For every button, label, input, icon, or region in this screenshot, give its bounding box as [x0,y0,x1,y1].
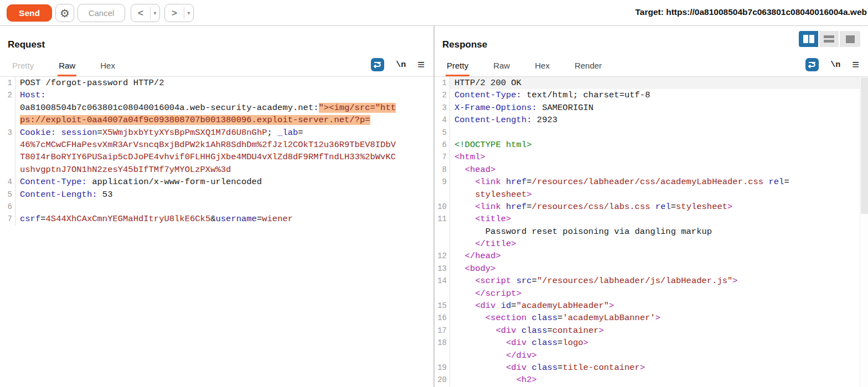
line-content: csrf=4S44XhCAxCmnYEGMaHdItryU8lkE6Ck5&us… [16,213,433,225]
code-line[interactable]: 7<html> [435,151,868,163]
forward-button[interactable]: > ▾ [164,4,194,22]
line-content [16,201,433,213]
code-line[interactable]: </script> [435,287,868,300]
code-line[interactable]: 8 <head> [435,164,868,176]
tab-hex[interactable]: Hex [534,61,551,76]
line-content: 46%7cMCwCFHaPesvXmR3ArVsncqBxjBdPW2k1AhR… [16,139,433,151]
request-tabbar: PrettyRawHex \n ≡ [0,57,433,77]
show-newlines-icon[interactable]: \n [396,60,406,70]
tab-pretty[interactable]: Pretty [446,61,469,76]
code-line[interactable]: 20 <h2> [435,374,868,386]
rows-view-button[interactable] [819,31,840,47]
code-line[interactable]: </title> [435,238,868,250]
show-newlines-icon[interactable]: \n [830,60,840,70]
line-content: <section class='academyLabBanner'> [450,312,868,324]
request-panel: Request PrettyRawHex \n ≡ 1POST /forgot-… [0,26,433,387]
line-content: stylesheet> [450,189,868,201]
line-content: <!DOCTYPE html> [450,139,868,151]
tab-raw[interactable]: Raw [492,61,511,76]
back-button[interactable]: < ▾ [131,4,160,22]
line-content: Content-Type: application/x-www-form-url… [16,176,433,188]
code-line[interactable]: 9 <link href=/resources/labheader/css/ac… [435,176,868,188]
line-content: Password reset poisoning via dangling ma… [450,226,868,238]
code-line[interactable]: 6<!DOCTYPE html> [435,139,868,151]
code-line[interactable]: 11 <title> [435,213,868,225]
soft-wrap-icon[interactable] [805,58,819,71]
line-number [0,102,16,114]
line-number [435,189,450,201]
soft-wrap-icon[interactable] [371,58,384,71]
line-number: 8 [435,164,450,176]
code-line[interactable]: 16 <section class='academyLabBanner'> [435,312,868,324]
code-line[interactable]: 6 [0,201,433,213]
single-view-button[interactable] [840,31,860,47]
tab-raw[interactable]: Raw [58,61,76,76]
code-line[interactable]: 15 <div id="academyLabHeader"> [435,300,868,312]
line-content: ps://exploit-0aa4007a04f9c093808707b0013… [16,114,433,126]
code-line[interactable]: ushvgptnJ7ON1hN2zesY45bIfTMf7yMYOLzPXw%3… [0,164,433,176]
code-line[interactable]: 5 [435,127,868,139]
request-editor[interactable]: 1POST /forgot-password HTTP/22Host:0a810… [0,77,433,387]
line-number: 9 [435,176,450,188]
code-line[interactable]: T80I4rBoRYIY6PUSaip5cDJoPE4vhvif0FLHHGjX… [0,151,433,163]
tab-hex[interactable]: Hex [99,61,116,76]
line-number: 19 [435,362,450,374]
code-line[interactable]: 2Content-Type: text/html; charset=utf-8 [435,89,868,101]
code-line[interactable]: 5Content-Length: 53 [0,189,433,201]
line-number [0,151,16,163]
code-line[interactable]: 17 <div class=container> [435,325,868,337]
columns-view-button[interactable] [799,31,819,47]
line-number [435,287,450,300]
response-scrollbar[interactable] [860,77,868,387]
code-line[interactable]: 18 <div class=logo> [435,337,868,349]
tab-render[interactable]: Render [574,61,603,76]
line-content: <link href=/resources/css/labs.css rel=s… [450,201,868,213]
code-line[interactable]: 10 <link href=/resources/css/labs.css re… [435,201,868,213]
line-number [0,164,16,176]
cancel-button[interactable]: Cancel [78,4,125,22]
code-line[interactable]: Password reset poisoning via dangling ma… [435,226,868,238]
code-line[interactable]: 2Host: [0,89,433,101]
code-line[interactable]: 46%7cMCwCFHaPesvXmR3ArVsncqBxjBdPW2k1AhR… [0,139,433,151]
line-number: 6 [435,139,450,151]
code-line[interactable]: ps://exploit-0aa4007a04f9c093808707b0013… [0,114,433,126]
code-line[interactable]: </div> [435,349,868,362]
line-number: 1 [435,77,450,89]
code-line[interactable]: stylesheet> [435,189,868,201]
response-tabbar: PrettyRawHexRender \n ≡ [435,57,868,77]
line-content: Content-Length: 2923 [450,114,868,126]
line-content: <div class=container> [450,325,868,337]
code-line[interactable]: 3X-Frame-Options: SAMEORIGIN [435,102,868,114]
hamburger-menu-icon[interactable]: ≡ [852,59,859,71]
line-content: 0a81008504b7c063801c08040016004a.web-sec… [16,102,433,114]
code-line[interactable]: 13 <body> [435,263,868,275]
line-content: </div> [450,349,868,362]
chevron-left-icon: < [131,8,150,19]
code-line[interactable]: 4Content-Length: 2923 [435,114,868,126]
code-line[interactable]: 3Cookie: session=X5WmjbxbYtyXYsBpPmSXQ1M… [0,127,433,139]
settings-button[interactable]: ⚙ [55,4,74,22]
hamburger-menu-icon[interactable]: ≡ [417,59,425,71]
response-tabs: PrettyRawHexRender [446,57,603,76]
code-line[interactable]: 4Content-Type: application/x-www-form-ur… [0,176,433,188]
code-line[interactable]: 0a81008504b7c063801c08040016004a.web-sec… [0,102,433,114]
code-line[interactable]: 12 </head> [435,250,868,262]
line-number: 3 [435,102,450,114]
tab-pretty[interactable]: Pretty [11,61,35,76]
response-panel: Response PrettyRawHexRender \n ≡ 1HTTP/2… [435,26,868,387]
code-line[interactable]: 14 <script src="/resources/labheader/js/… [435,275,868,287]
forward-dropdown-caret[interactable]: ▾ [184,10,193,16]
code-line[interactable]: 1HTTP/2 200 OK [435,77,868,89]
line-number: 4 [0,176,16,188]
scrollbar-thumb[interactable] [861,77,868,214]
response-editor[interactable]: 1HTTP/2 200 OK2Content-Type: text/html; … [435,77,868,387]
line-number: 2 [0,89,16,101]
code-line[interactable]: 19 <div class=title-container> [435,362,868,374]
code-line[interactable]: 7csrf=4S44XhCAxCmnYEGMaHdItryU8lkE6Ck5&u… [0,213,433,225]
back-dropdown-caret[interactable]: ▾ [151,10,159,16]
send-button[interactable]: Send [7,4,52,22]
code-line[interactable]: 1POST /forgot-password HTTP/2 [0,77,433,89]
request-title: Request [8,39,45,50]
line-number [0,139,16,151]
line-content: X-Frame-Options: SAMEORIGIN [450,102,868,114]
